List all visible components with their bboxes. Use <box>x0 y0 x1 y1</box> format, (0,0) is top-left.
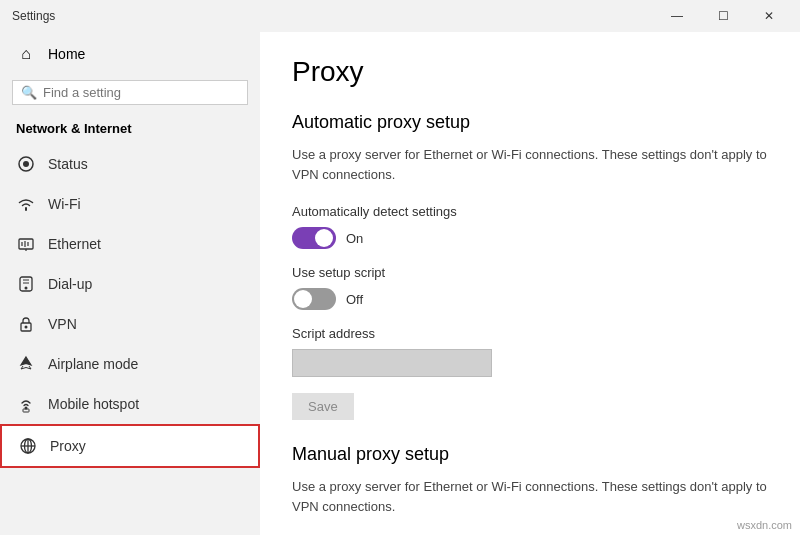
sidebar-item-label: VPN <box>48 316 77 332</box>
dialup-icon <box>16 274 36 294</box>
airplane-icon <box>16 354 36 374</box>
setup-script-toggle[interactable] <box>292 288 336 310</box>
auto-section-desc: Use a proxy server for Ethernet or Wi-Fi… <box>292 145 768 184</box>
sidebar-item-label: Wi-Fi <box>48 196 81 212</box>
app-container: ⌂ Home 🔍 Network & Internet Status <box>0 32 800 535</box>
watermark: wsxdn.com <box>737 519 792 531</box>
sidebar-item-label: Dial-up <box>48 276 92 292</box>
auto-detect-toggle[interactable] <box>292 227 336 249</box>
toggle-knob <box>294 290 312 308</box>
main-content: Proxy Automatic proxy setup Use a proxy … <box>260 32 800 535</box>
script-address-input[interactable] <box>292 349 492 377</box>
sidebar-item-hotspot[interactable]: Mobile hotspot <box>0 384 260 424</box>
sidebar-item-ethernet[interactable]: Ethernet <box>0 224 260 264</box>
save-button[interactable]: Save <box>292 393 354 420</box>
sidebar-item-dialup[interactable]: Dial-up <box>0 264 260 304</box>
svg-point-1 <box>23 161 29 167</box>
sidebar-item-label: Airplane mode <box>48 356 138 372</box>
status-icon <box>16 154 36 174</box>
sidebar-item-label: Status <box>48 156 88 172</box>
maximize-button[interactable]: ☐ <box>700 0 746 32</box>
search-input[interactable] <box>43 85 239 100</box>
search-box[interactable]: 🔍 <box>12 80 248 105</box>
title-bar-controls: — ☐ ✕ <box>654 0 792 32</box>
sidebar-item-vpn[interactable]: VPN <box>0 304 260 344</box>
sidebar-item-label: Ethernet <box>48 236 101 252</box>
setup-script-state: Off <box>346 292 363 307</box>
toggle-knob <box>315 229 333 247</box>
page-title: Proxy <box>292 56 768 88</box>
svg-rect-14 <box>23 409 29 412</box>
sidebar-item-label: Proxy <box>50 438 86 454</box>
setup-script-toggle-container: Off <box>292 288 768 310</box>
setup-script-label: Use setup script <box>292 265 768 280</box>
minimize-button[interactable]: — <box>654 0 700 32</box>
auto-detect-setting: Automatically detect settings On <box>292 204 768 249</box>
home-icon: ⌂ <box>16 44 36 64</box>
search-icon: 🔍 <box>21 85 37 100</box>
ethernet-icon <box>16 234 36 254</box>
svg-rect-2 <box>19 239 33 249</box>
sidebar-item-airplane[interactable]: Airplane mode <box>0 344 260 384</box>
svg-point-12 <box>25 326 28 329</box>
proxy-icon <box>18 436 38 456</box>
sidebar-item-proxy[interactable]: Proxy <box>0 424 260 468</box>
auto-detect-state: On <box>346 231 363 246</box>
hotspot-icon <box>16 394 36 414</box>
sidebar-item-status[interactable]: Status <box>0 144 260 184</box>
auto-detect-label: Automatically detect settings <box>292 204 768 219</box>
manual-section-title: Manual proxy setup <box>292 444 768 465</box>
manual-section-desc: Use a proxy server for Ethernet or Wi-Fi… <box>292 477 768 516</box>
script-address-setting: Script address <box>292 326 768 377</box>
setup-script-setting: Use setup script Off <box>292 265 768 310</box>
wifi-icon <box>16 194 36 214</box>
title-bar-title: Settings <box>12 9 55 23</box>
auto-detect-toggle-container: On <box>292 227 768 249</box>
svg-point-8 <box>25 287 28 290</box>
sidebar-item-wifi[interactable]: Wi-Fi <box>0 184 260 224</box>
home-label: Home <box>48 46 85 62</box>
script-address-label: Script address <box>292 326 768 341</box>
sidebar-item-label: Mobile hotspot <box>48 396 139 412</box>
title-bar: Settings — ☐ ✕ <box>0 0 800 32</box>
sidebar: ⌂ Home 🔍 Network & Internet Status <box>0 32 260 535</box>
auto-section-title: Automatic proxy setup <box>292 112 768 133</box>
sidebar-section-title: Network & Internet <box>0 117 260 144</box>
close-button[interactable]: ✕ <box>746 0 792 32</box>
vpn-icon <box>16 314 36 334</box>
sidebar-item-home[interactable]: ⌂ Home <box>0 32 260 76</box>
